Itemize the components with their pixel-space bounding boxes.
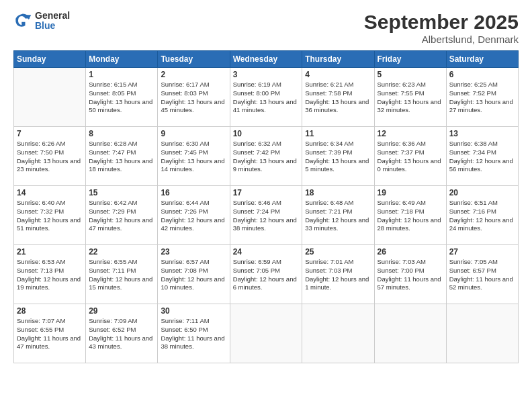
calendar-cell: 28Sunrise: 7:07 AMSunset: 6:55 PMDayligh… (14, 304, 86, 363)
day-info: Sunrise: 6:32 AMSunset: 7:42 PMDaylight:… (233, 140, 300, 174)
day-number: 26 (378, 247, 443, 257)
day-number: 21 (17, 247, 83, 257)
calendar-cell (374, 304, 446, 363)
calendar-week: 28Sunrise: 7:07 AMSunset: 6:55 PMDayligh… (14, 304, 519, 363)
calendar-cell: 9Sunrise: 6:30 AMSunset: 7:45 PMDaylight… (158, 127, 230, 186)
day-info: Sunrise: 6:26 AMSunset: 7:50 PMDaylight:… (17, 140, 83, 174)
day-number: 5 (378, 70, 443, 79)
day-number: 1 (89, 70, 154, 79)
day-info: Sunrise: 6:21 AMSunset: 7:58 PMDaylight:… (305, 81, 371, 115)
day-info: Sunrise: 7:09 AMSunset: 6:52 PMDaylight:… (89, 317, 154, 351)
header-row: SundayMondayTuesdayWednesdayThursdayFrid… (14, 51, 519, 68)
day-number: 13 (449, 129, 515, 138)
calendar-cell: 19Sunrise: 6:49 AMSunset: 7:18 PMDayligh… (374, 186, 446, 245)
day-info: Sunrise: 7:05 AMSunset: 6:57 PMDaylight:… (449, 258, 515, 292)
title-block: September 2025 Albertslund, Denmark (364, 11, 519, 45)
day-info: Sunrise: 6:53 AMSunset: 7:13 PMDaylight:… (17, 258, 83, 292)
calendar-cell: 27Sunrise: 7:05 AMSunset: 6:57 PMDayligh… (446, 245, 518, 304)
day-info: Sunrise: 6:28 AMSunset: 7:47 PMDaylight:… (89, 140, 154, 174)
calendar-cell: 29Sunrise: 7:09 AMSunset: 6:52 PMDayligh… (86, 304, 158, 363)
calendar-cell: 22Sunrise: 6:55 AMSunset: 7:11 PMDayligh… (86, 245, 158, 304)
calendar-cell: 26Sunrise: 7:03 AMSunset: 7:00 PMDayligh… (374, 245, 446, 304)
day-info: Sunrise: 6:44 AMSunset: 7:26 PMDaylight:… (161, 199, 226, 233)
calendar-cell: 5Sunrise: 6:23 AMSunset: 7:55 PMDaylight… (374, 68, 446, 127)
day-info: Sunrise: 7:11 AMSunset: 6:50 PMDaylight:… (161, 317, 226, 351)
day-info: Sunrise: 7:01 AMSunset: 7:03 PMDaylight:… (305, 258, 371, 292)
day-header-friday: Friday (374, 51, 446, 68)
day-number: 14 (17, 188, 83, 197)
day-header-tuesday: Tuesday (158, 51, 230, 68)
day-info: Sunrise: 6:46 AMSunset: 7:24 PMDaylight:… (233, 199, 300, 233)
day-number: 28 (17, 306, 83, 316)
day-number: 15 (89, 188, 154, 197)
day-info: Sunrise: 6:30 AMSunset: 7:45 PMDaylight:… (161, 140, 226, 174)
day-number: 2 (161, 70, 226, 79)
calendar-week: 7Sunrise: 6:26 AMSunset: 7:50 PMDaylight… (14, 127, 519, 186)
calendar-body: 1Sunrise: 6:15 AMSunset: 8:05 PMDaylight… (14, 68, 519, 363)
day-number: 19 (378, 188, 443, 197)
calendar-cell: 21Sunrise: 6:53 AMSunset: 7:13 PMDayligh… (14, 245, 86, 304)
logo-text: General Blue (35, 11, 70, 32)
day-number: 17 (233, 188, 300, 197)
calendar-cell: 25Sunrise: 7:01 AMSunset: 7:03 PMDayligh… (302, 245, 374, 304)
calendar-cell (446, 304, 518, 363)
month-title: September 2025 (364, 11, 519, 34)
logo-blue: Blue (35, 21, 70, 31)
calendar-week: 21Sunrise: 6:53 AMSunset: 7:13 PMDayligh… (14, 245, 519, 304)
day-number: 7 (17, 129, 83, 138)
subtitle: Albertslund, Denmark (364, 34, 519, 45)
day-number: 18 (305, 188, 371, 197)
calendar-cell (230, 304, 302, 363)
calendar-cell: 16Sunrise: 6:44 AMSunset: 7:26 PMDayligh… (158, 186, 230, 245)
day-number: 9 (161, 129, 226, 138)
day-number: 27 (449, 247, 515, 257)
day-number: 20 (449, 188, 515, 197)
day-number: 8 (89, 129, 154, 138)
day-number: 24 (233, 247, 300, 257)
calendar-cell (14, 68, 86, 127)
day-info: Sunrise: 6:40 AMSunset: 7:32 PMDaylight:… (17, 199, 83, 233)
day-info: Sunrise: 7:07 AMSunset: 6:55 PMDaylight:… (17, 317, 83, 351)
calendar-table: SundayMondayTuesdayWednesdayThursdayFrid… (13, 50, 519, 363)
calendar-cell: 17Sunrise: 6:46 AMSunset: 7:24 PMDayligh… (230, 186, 302, 245)
calendar-cell: 3Sunrise: 6:19 AMSunset: 8:00 PMDaylight… (230, 68, 302, 127)
day-number: 30 (161, 306, 226, 316)
calendar-cell: 4Sunrise: 6:21 AMSunset: 7:58 PMDaylight… (302, 68, 374, 127)
day-info: Sunrise: 7:03 AMSunset: 7:00 PMDaylight:… (378, 258, 443, 292)
day-info: Sunrise: 6:48 AMSunset: 7:21 PMDaylight:… (305, 199, 371, 233)
day-header-saturday: Saturday (446, 51, 518, 68)
day-info: Sunrise: 6:57 AMSunset: 7:08 PMDaylight:… (161, 258, 226, 292)
calendar-cell (302, 304, 374, 363)
day-info: Sunrise: 6:42 AMSunset: 7:29 PMDaylight:… (89, 199, 154, 233)
calendar-cell: 13Sunrise: 6:38 AMSunset: 7:34 PMDayligh… (446, 127, 518, 186)
logo: General Blue (13, 11, 70, 32)
calendar-cell: 23Sunrise: 6:57 AMSunset: 7:08 PMDayligh… (158, 245, 230, 304)
logo-general: General (35, 11, 70, 21)
day-number: 3 (233, 70, 300, 79)
calendar-cell: 20Sunrise: 6:51 AMSunset: 7:16 PMDayligh… (446, 186, 518, 245)
page-container: General Blue September 2025 Albertslund,… (0, 0, 532, 370)
day-number: 16 (161, 188, 226, 197)
calendar-week: 1Sunrise: 6:15 AMSunset: 8:05 PMDaylight… (14, 68, 519, 127)
calendar-cell: 18Sunrise: 6:48 AMSunset: 7:21 PMDayligh… (302, 186, 374, 245)
calendar-cell: 1Sunrise: 6:15 AMSunset: 8:05 PMDaylight… (86, 68, 158, 127)
day-header-monday: Monday (86, 51, 158, 68)
day-header-wednesday: Wednesday (230, 51, 302, 68)
calendar-header: SundayMondayTuesdayWednesdayThursdayFrid… (14, 51, 519, 68)
day-number: 11 (305, 129, 371, 138)
calendar-cell: 6Sunrise: 6:25 AMSunset: 7:52 PMDaylight… (446, 68, 518, 127)
day-info: Sunrise: 6:59 AMSunset: 7:05 PMDaylight:… (233, 258, 300, 292)
day-info: Sunrise: 6:23 AMSunset: 7:55 PMDaylight:… (378, 81, 443, 115)
day-number: 10 (233, 129, 300, 138)
day-info: Sunrise: 6:34 AMSunset: 7:39 PMDaylight:… (305, 140, 371, 174)
calendar-cell: 11Sunrise: 6:34 AMSunset: 7:39 PMDayligh… (302, 127, 374, 186)
day-number: 22 (89, 247, 154, 257)
day-info: Sunrise: 6:38 AMSunset: 7:34 PMDaylight:… (449, 140, 515, 174)
calendar-cell: 30Sunrise: 7:11 AMSunset: 6:50 PMDayligh… (158, 304, 230, 363)
day-number: 6 (449, 70, 515, 79)
day-number: 25 (305, 247, 371, 257)
calendar-week: 14Sunrise: 6:40 AMSunset: 7:32 PMDayligh… (14, 186, 519, 245)
calendar-cell: 15Sunrise: 6:42 AMSunset: 7:29 PMDayligh… (86, 186, 158, 245)
calendar-cell: 10Sunrise: 6:32 AMSunset: 7:42 PMDayligh… (230, 127, 302, 186)
day-info: Sunrise: 6:49 AMSunset: 7:18 PMDaylight:… (378, 199, 443, 233)
